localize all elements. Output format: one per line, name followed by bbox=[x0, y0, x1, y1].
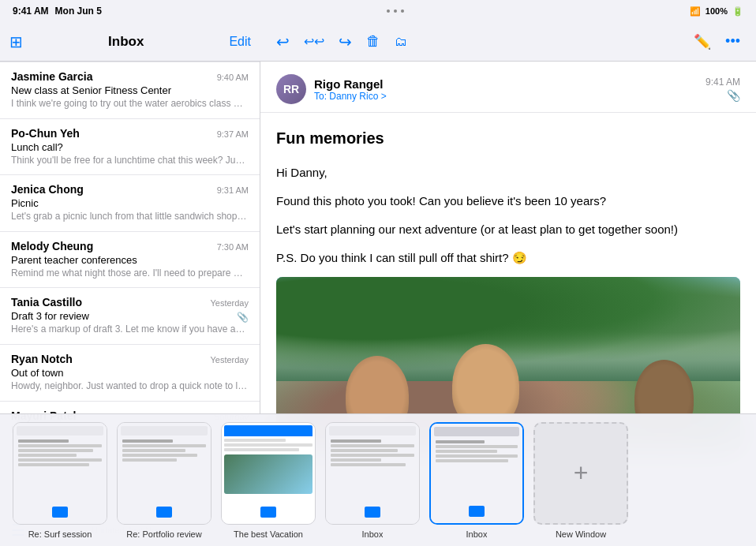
thumb-mini-header bbox=[17, 426, 103, 436]
status-date: Mon Jun 5 bbox=[55, 6, 102, 17]
email-time: Yesterday bbox=[210, 355, 249, 365]
thumb-mail-icon-inbox1 bbox=[365, 507, 380, 518]
email-preview: I think we're going to try out the water… bbox=[11, 98, 249, 110]
thumb-row bbox=[122, 439, 173, 443]
trash-button[interactable]: 🗑 bbox=[366, 33, 380, 50]
thumb-row bbox=[436, 454, 518, 458]
edit-button[interactable]: Edit bbox=[229, 35, 251, 49]
thumb-row bbox=[18, 463, 89, 466]
thumb-card-inbox1[interactable] bbox=[325, 422, 420, 525]
dot-3 bbox=[401, 9, 404, 13]
thumb-row bbox=[224, 439, 286, 442]
forward-button[interactable]: ↪ bbox=[339, 32, 352, 51]
email-header: Jasmine Garcia 9:40 AM bbox=[11, 70, 249, 83]
app-window-inbox2[interactable]: Inbox bbox=[429, 422, 524, 539]
sender-name: Rigo Rangel bbox=[314, 77, 705, 91]
email-action-icons: ↩ ↩↩ ↪ 🗑 🗂 bbox=[276, 32, 407, 51]
app-window-vacation[interactable]: The best Vacation bbox=[221, 422, 316, 539]
thumb-row bbox=[331, 444, 414, 447]
email-detail-time: 9:41 AM bbox=[705, 77, 740, 88]
thumb-card-surf[interactable] bbox=[13, 422, 107, 525]
thumb-row bbox=[18, 454, 77, 457]
email-sender: Ryan Notch bbox=[11, 353, 73, 365]
thumb-card-inbox2-active[interactable] bbox=[429, 422, 524, 525]
thumb-list bbox=[17, 438, 103, 469]
status-right: 📶 100% 🔋 bbox=[690, 6, 743, 17]
thumb-mini-header bbox=[329, 426, 416, 436]
thumb-row bbox=[331, 454, 414, 457]
thumb-row bbox=[224, 448, 299, 451]
email-subject: Lunch call? bbox=[11, 141, 249, 153]
thumb-inner-surf bbox=[13, 423, 107, 524]
reply-all-button[interactable]: ↩↩ bbox=[304, 34, 324, 49]
email-item[interactable]: Jasmine Garcia 9:40 AM New class at Seni… bbox=[0, 62, 260, 119]
thumb-row bbox=[18, 449, 93, 452]
app-window-inbox1[interactable]: Inbox bbox=[325, 422, 420, 539]
email-header: Melody Cheung 7:30 AM bbox=[11, 240, 249, 252]
thumb-row bbox=[331, 449, 398, 452]
toolbar-left: ⊞ Inbox Edit bbox=[0, 32, 260, 51]
toolbar: ⊞ Inbox Edit ↩ ↩↩ ↪ 🗑 🗂 ✏️ ••• bbox=[0, 22, 756, 62]
email-sender: Tania Castillo bbox=[11, 296, 82, 309]
app-window-surf[interactable]: Re: Surf session bbox=[13, 422, 107, 539]
thumb-card-portfolio[interactable] bbox=[117, 422, 211, 525]
more-button[interactable]: ••• bbox=[725, 33, 740, 50]
email-meta: 9:41 AM 📎 bbox=[705, 77, 740, 102]
email-sender: Po-Chun Yeh bbox=[11, 127, 80, 140]
thumb-inner-inbox2 bbox=[431, 424, 522, 523]
thumb-row bbox=[331, 439, 381, 443]
email-item[interactable]: Melody Cheung 7:30 AM Parent teacher con… bbox=[0, 232, 260, 289]
wifi-icon: 📶 bbox=[690, 6, 701, 17]
thumb-mail-icon-inbox2 bbox=[469, 506, 485, 517]
compose-button[interactable]: ✏️ bbox=[694, 33, 711, 50]
email-preview: Howdy, neighbor. Just wanted to drop a q… bbox=[11, 380, 249, 393]
email-subject: Out of town bbox=[11, 367, 249, 379]
thumb-row bbox=[436, 445, 518, 448]
email-body-p4: P.S. Do you think I can still pull off t… bbox=[276, 249, 740, 267]
dot-1 bbox=[387, 9, 390, 13]
thumb-row bbox=[122, 444, 206, 447]
email-time: Yesterday bbox=[210, 298, 249, 308]
email-header: Tania Castillo Yesterday bbox=[11, 296, 249, 309]
email-time: 9:40 AM bbox=[217, 73, 249, 82]
thumb-mini-header bbox=[434, 427, 519, 436]
thumb-detail-header bbox=[224, 425, 313, 436]
new-window-card[interactable]: + bbox=[533, 422, 628, 525]
thumb-row bbox=[436, 459, 508, 462]
thumb-label-surf: Re: Surf session bbox=[28, 529, 92, 539]
email-time: 9:31 AM bbox=[217, 185, 249, 195]
email-time: 9:37 AM bbox=[217, 129, 249, 139]
email-subject: Draft 3 for review bbox=[11, 310, 89, 322]
battery-icon: 🔋 bbox=[732, 6, 743, 17]
sidebar-toggle-button[interactable]: ⊞ bbox=[9, 32, 23, 51]
email-subject: Parent teacher conferences bbox=[11, 254, 249, 266]
sender-to[interactable]: To: Danny Rico > bbox=[314, 91, 705, 102]
inbox-title: Inbox bbox=[108, 34, 144, 50]
status-center bbox=[387, 9, 404, 13]
thumb-list bbox=[434, 439, 519, 466]
email-subject: Picnic bbox=[11, 197, 249, 209]
email-item[interactable]: Tania Castillo Yesterday Draft 3 for rev… bbox=[0, 288, 260, 345]
attachment-icon: 📎 bbox=[237, 312, 249, 323]
thumb-card-vacation[interactable] bbox=[221, 422, 316, 525]
email-sender: Melody Cheung bbox=[11, 240, 93, 252]
email-detail-header: RR Rigo Rangel To: Danny Rico > 9:41 AM … bbox=[260, 62, 756, 113]
thumb-row bbox=[331, 458, 381, 462]
status-left: 9:41 AM Mon Jun 5 bbox=[13, 6, 102, 17]
app-window-portfolio[interactable]: Re: Portfolio review bbox=[117, 422, 211, 539]
folder-button[interactable]: 🗂 bbox=[395, 35, 407, 49]
thumb-row bbox=[18, 444, 102, 447]
thumb-row bbox=[436, 450, 497, 453]
thumb-row bbox=[18, 439, 69, 443]
thumb-label-inbox2: Inbox bbox=[466, 529, 488, 539]
email-item[interactable]: Ryan Notch Yesterday Out of town Howdy, … bbox=[0, 345, 260, 402]
email-item[interactable]: Po-Chun Yeh 9:37 AM Lunch call? Think yo… bbox=[0, 119, 260, 176]
email-header: Jenica Chong 9:31 AM bbox=[11, 183, 249, 196]
reply-button[interactable]: ↩ bbox=[276, 32, 290, 51]
app-window-new[interactable]: + New Window bbox=[533, 422, 628, 539]
avatar: RR bbox=[276, 74, 306, 104]
email-item[interactable]: Jenica Chong 9:31 AM Picnic Let's grab a… bbox=[0, 175, 260, 232]
attachment-paperclip-icon: 📎 bbox=[727, 89, 740, 102]
email-detail-from: RR Rigo Rangel To: Danny Rico > 9:41 AM … bbox=[276, 74, 740, 104]
new-window-plus-icon: + bbox=[574, 458, 589, 488]
